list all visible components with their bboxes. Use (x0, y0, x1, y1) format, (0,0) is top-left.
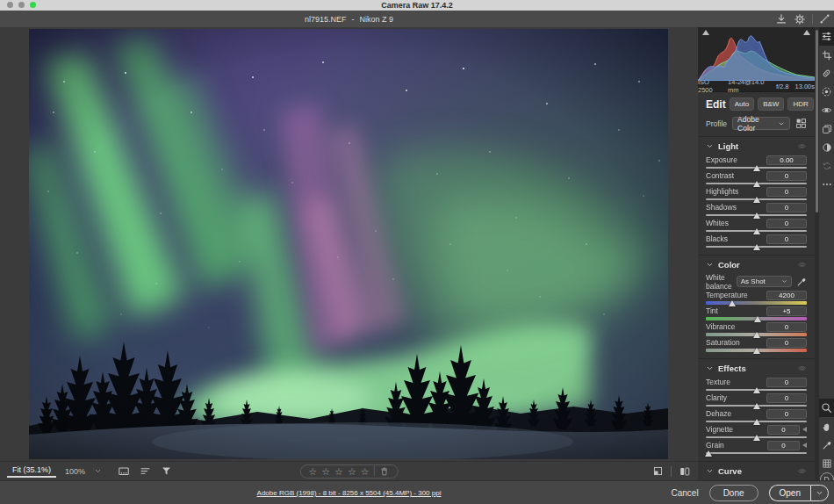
exposure-label: Exposure (706, 155, 737, 164)
expand-left-icon[interactable] (802, 443, 807, 448)
presets-icon[interactable] (819, 138, 834, 156)
tint-value[interactable]: +5 (766, 306, 807, 316)
light-section-title[interactable]: Light (718, 141, 793, 151)
temperature-value[interactable]: 4200 (766, 291, 807, 300)
sort-order-icon[interactable] (140, 465, 151, 478)
trash-icon[interactable] (379, 466, 390, 477)
fit-zoom-button[interactable]: Fit (35.1%) (7, 464, 56, 478)
profile-browser-icon[interactable] (795, 118, 807, 129)
visibility-eye-icon[interactable] (797, 141, 807, 151)
white-balance-select[interactable]: As Shot (737, 276, 792, 287)
star-icon[interactable]: ☆ (348, 466, 356, 477)
open-button[interactable]: Open (769, 485, 810, 501)
highlights-slider[interactable] (706, 197, 807, 202)
close-button[interactable] (7, 2, 13, 8)
contrast-slider[interactable] (706, 181, 807, 186)
bw-button[interactable]: B&W (758, 97, 784, 111)
vignette-slider[interactable] (706, 435, 807, 440)
visibility-eye-icon[interactable] (797, 466, 807, 476)
exposure-value[interactable]: 0.00 (766, 155, 807, 165)
contrast-label: Contrast (706, 171, 734, 180)
highlights-value[interactable]: 0 (766, 187, 807, 197)
star-icon[interactable]: ☆ (308, 466, 317, 477)
red-eye-tool-icon[interactable] (819, 101, 834, 119)
edit-points-icon[interactable] (819, 13, 830, 25)
hand-tool-icon[interactable] (819, 417, 834, 436)
edit-tool-icon[interactable] (819, 27, 834, 46)
whites-slider[interactable] (706, 228, 807, 234)
before-after-icon[interactable] (679, 465, 691, 478)
save-image-icon[interactable] (775, 13, 787, 25)
expand-left-icon[interactable] (802, 427, 807, 432)
shadow-clipping-icon[interactable] (702, 30, 709, 35)
grid-overlay-icon[interactable] (819, 454, 834, 472)
healing-tool-icon[interactable] (819, 64, 834, 83)
curve-section-title[interactable]: Curve (718, 466, 793, 476)
more-options-icon[interactable] (819, 175, 834, 193)
preview-settings-icon[interactable] (652, 465, 664, 477)
grain-value[interactable]: 0 (767, 441, 800, 450)
tint-slider[interactable] (706, 316, 807, 321)
saturation-slider[interactable] (706, 348, 807, 353)
visibility-eye-icon[interactable] (797, 260, 807, 270)
crop-tool-icon[interactable] (819, 46, 834, 64)
clarity-slider[interactable] (706, 403, 807, 408)
collapse-chevron-icon[interactable] (706, 261, 714, 269)
histogram[interactable] (698, 27, 815, 81)
dehaze-slider[interactable] (706, 419, 807, 424)
preferences-gear-icon[interactable] (794, 13, 806, 25)
slider-row: Vignette0 (698, 425, 815, 440)
effects-section-title[interactable]: Effects (718, 364, 793, 373)
zoom-level-chevron-icon[interactable] (94, 467, 102, 475)
slider-row: Shadows0 (698, 203, 815, 218)
collapse-chevron-icon[interactable] (706, 467, 714, 475)
vibrance-slider[interactable] (706, 332, 807, 337)
collapse-chevron-icon[interactable] (706, 142, 714, 150)
blacks-slider[interactable] (706, 244, 807, 249)
dehaze-value[interactable]: 0 (766, 409, 807, 419)
open-options-chevron-icon[interactable] (810, 485, 829, 501)
vignette-value[interactable]: 0 (767, 425, 800, 435)
zoom-100-button[interactable]: 100% (65, 467, 85, 476)
shadows-slider[interactable] (706, 212, 807, 218)
fullscreen-button[interactable] (30, 2, 36, 8)
shutter-value: 13.00s (794, 83, 815, 90)
cancel-button[interactable]: Cancel (671, 488, 698, 498)
grain-slider[interactable] (706, 450, 807, 456)
profile-select[interactable]: Adobe Color (732, 117, 790, 130)
snapshots-icon[interactable] (819, 119, 834, 138)
collapse-chevron-icon[interactable] (706, 364, 714, 372)
versions-icon[interactable] (819, 156, 834, 175)
slider-row: Whites0 (698, 219, 815, 234)
zoom-presets-icon[interactable] (118, 465, 130, 478)
sampler-tool-icon[interactable] (819, 436, 834, 454)
star-icon[interactable]: ☆ (334, 466, 343, 477)
zoom-tool-icon[interactable] (819, 399, 834, 417)
texture-value[interactable]: 0 (766, 378, 807, 387)
vibrance-value[interactable]: 0 (766, 322, 807, 332)
temperature-slider[interactable] (706, 300, 807, 306)
blacks-value[interactable]: 0 (766, 234, 807, 244)
white-balance-eyedropper-icon[interactable] (796, 277, 807, 287)
clarity-value[interactable]: 0 (766, 393, 807, 403)
exposure-slider[interactable] (706, 165, 807, 170)
shadows-value[interactable]: 0 (766, 203, 807, 212)
saturation-value[interactable]: 0 (766, 338, 807, 348)
photo-preview[interactable] (29, 29, 668, 459)
texture-slider[interactable] (706, 387, 807, 392)
done-button[interactable]: Done (709, 485, 759, 501)
filter-icon[interactable] (161, 465, 172, 478)
color-section-title[interactable]: Color (718, 260, 793, 270)
highlight-clipping-icon[interactable] (803, 30, 810, 35)
hdr-button[interactable]: HDR (787, 97, 813, 111)
masking-tool-icon[interactable] (819, 83, 834, 101)
visibility-eye-icon[interactable] (797, 364, 807, 373)
workflow-options-link[interactable]: Adobe RGB (1998) - 8 bit - 8256 x 5504 (… (0, 481, 698, 504)
white-balance-value: As Shot (741, 277, 766, 285)
star-icon[interactable]: ☆ (321, 466, 330, 477)
contrast-value[interactable]: 0 (766, 171, 807, 181)
auto-button[interactable]: Auto (730, 97, 754, 111)
whites-value[interactable]: 0 (766, 219, 807, 228)
minimize-button[interactable] (18, 2, 25, 8)
star-icon[interactable]: ☆ (361, 466, 370, 477)
